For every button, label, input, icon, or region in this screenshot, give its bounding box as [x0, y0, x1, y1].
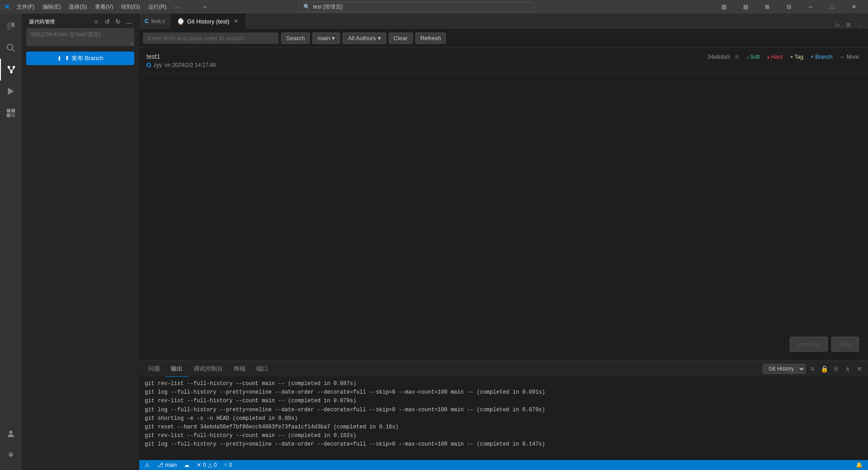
activity-search[interactable] [0, 37, 22, 59]
window-controls: ▥ ▤ ⊞ ⊟ ─ □ ✕ [713, 0, 864, 14]
status-error-icon[interactable]: ⚠ [143, 462, 151, 468]
search-input[interactable] [143, 33, 278, 44]
branch-action-label: + Branch [811, 54, 832, 60]
activity-bar [0, 14, 22, 470]
commit-message-input[interactable] [26, 28, 134, 46]
svg-line-8 [11, 68, 14, 71]
svg-marker-9 [8, 88, 14, 95]
toggle-split-button[interactable]: ⊞ [757, 0, 778, 14]
svg-rect-1 [11, 23, 14, 27]
svg-rect-11 [11, 109, 15, 113]
run-button[interactable]: ▷ [834, 21, 842, 29]
hard-icon: ⬥ [767, 54, 770, 60]
clear-label: Clear [394, 35, 408, 42]
soft-label: Soft [750, 54, 760, 60]
tab-ports-label: 端口 [256, 365, 268, 373]
panel-tab-debug[interactable]: 调试控制台 [188, 361, 228, 377]
activity-settings[interactable] [0, 445, 22, 466]
tab-git-history-close[interactable]: ✕ [232, 18, 240, 25]
more-commit-actions-button[interactable]: ↔ More [838, 53, 861, 61]
panel-list-icon[interactable]: ≡ [807, 364, 817, 374]
add-tag-button[interactable]: + Tag [788, 53, 805, 61]
panel-lock-icon[interactable]: 🔒 [819, 364, 829, 374]
sidebar-more-icon[interactable]: … [124, 17, 133, 26]
activity-account[interactable] [0, 423, 22, 445]
tab-test-c[interactable]: C test.c [139, 14, 171, 29]
publish-branch-button[interactable]: ⬆ ⬆ 发布 Branch [26, 52, 134, 65]
nav-forward-button[interactable]: → [199, 2, 210, 12]
close-button[interactable]: ✕ [844, 0, 864, 14]
terminal-line: git reset --hard 34ebda56ef7bf86ecc64063… [145, 423, 863, 432]
status-notifications[interactable]: 🔔 [854, 462, 864, 468]
tab-terminal-label: 终端 [234, 365, 245, 373]
branch-chevron-icon: ▾ [332, 35, 335, 42]
authors-chevron-icon: ▾ [378, 35, 381, 42]
branch-name: main [165, 462, 177, 468]
panel-tab-ports[interactable]: 端口 [251, 361, 274, 377]
status-forks[interactable]: ⑂ 0 [222, 462, 234, 468]
menu-edit[interactable]: 编辑(E) [39, 2, 64, 12]
clear-button[interactable]: Clear [389, 33, 413, 44]
status-bar-right: 🔔 [854, 462, 864, 468]
activity-run-debug[interactable] [0, 80, 22, 102]
panel-tab-bar: 问题 输出 调试控制台 终端 端口 Git History [139, 361, 868, 377]
maximize-button[interactable]: □ [822, 0, 843, 14]
search-button-label: Search [286, 35, 305, 42]
menu-more[interactable]: … [171, 2, 184, 12]
refresh-button[interactable]: Refresh [415, 33, 446, 44]
panel-right-controls: Git History ≡ 🔒 ⎘ ∧ ✕ [763, 364, 864, 374]
branch-dropdown[interactable]: main ▾ [312, 33, 340, 44]
activity-source-control[interactable] [0, 59, 22, 80]
panel-close-icon[interactable]: ✕ [854, 364, 864, 374]
tab-output-label: 输出 [171, 365, 183, 373]
sidebar-undo-icon[interactable]: ↺ [103, 17, 112, 26]
toggle-sidebar-button[interactable]: ▥ [713, 0, 734, 14]
sidebar-list-icon[interactable]: ≡ [92, 17, 101, 26]
fork-count: 0 [229, 462, 232, 468]
commit-entry: test1 zyy on 2024/2/2 14:17:48 34ebda5 ⎘… [139, 47, 868, 74]
tab-git-history[interactable]: ⌚ Git History (test) ✕ [171, 14, 245, 29]
nav-back-button[interactable]: ← [187, 2, 198, 12]
menu-goto[interactable]: 转到(G) [118, 2, 143, 12]
activity-extensions[interactable] [0, 102, 22, 124]
hard-reset-button[interactable]: ⬥ Hard [765, 53, 784, 61]
tag-label: + Tag [790, 54, 803, 60]
search-button[interactable]: Search [281, 33, 310, 44]
toggle-grid-button[interactable]: ⊟ [778, 0, 799, 14]
copy-hash-button[interactable]: ⎘ [734, 53, 741, 61]
panel-tab-problems[interactable]: 问题 [143, 361, 165, 377]
panel-copy-icon[interactable]: ⎘ [831, 364, 841, 374]
menu-select[interactable]: 选择(S) [65, 2, 90, 12]
toggle-panel-button[interactable]: ▤ [735, 0, 756, 14]
menu-view[interactable]: 查看(V) [91, 2, 117, 12]
sidebar-header-icons: ≡ ↺ ↻ … [92, 17, 133, 26]
global-search-bar[interactable]: 🔍 test [管理员] [299, 2, 534, 12]
menu-run[interactable]: 运行(R) [145, 2, 170, 12]
cloud-icon: ☁ [184, 462, 189, 468]
panel-tab-terminal[interactable]: 终端 [228, 361, 251, 377]
terminal-line: git rev-list --full-history --count main… [145, 380, 863, 388]
terminal-line: git shortlog -e -s -n HEAD (completed in… [145, 414, 863, 423]
status-cloud[interactable]: ☁ [182, 462, 191, 468]
publish-icon: ⬆ [57, 55, 62, 62]
split-editor-button[interactable]: ⊞ [844, 21, 853, 29]
status-errors[interactable]: ✕ 0 △ 0 [195, 462, 218, 468]
sidebar-refresh-icon[interactable]: ↻ [113, 17, 123, 26]
next-label: Next [839, 341, 851, 348]
next-button[interactable]: Next [831, 337, 859, 352]
authors-dropdown[interactable]: All Authors ▾ [343, 33, 386, 44]
activity-explorer[interactable] [0, 15, 22, 37]
status-branch[interactable]: ⎇ main [155, 462, 179, 468]
panel-collapse-icon[interactable]: ∧ [843, 364, 853, 374]
warning-count: 0 [214, 462, 217, 468]
minimize-button[interactable]: ─ [800, 0, 821, 14]
soft-reset-button[interactable]: ⬦ Soft [744, 53, 761, 61]
svg-line-3 [12, 49, 15, 52]
more-actions-button[interactable]: … [855, 21, 864, 29]
add-branch-button[interactable]: + Branch [809, 53, 834, 61]
branch-label: main [317, 35, 330, 42]
menu-file[interactable]: 文件(F) [13, 2, 38, 12]
output-source-dropdown[interactable]: Git History [763, 364, 806, 374]
previous-button[interactable]: Previous [790, 337, 828, 352]
panel-tab-output[interactable]: 输出 [165, 361, 188, 377]
